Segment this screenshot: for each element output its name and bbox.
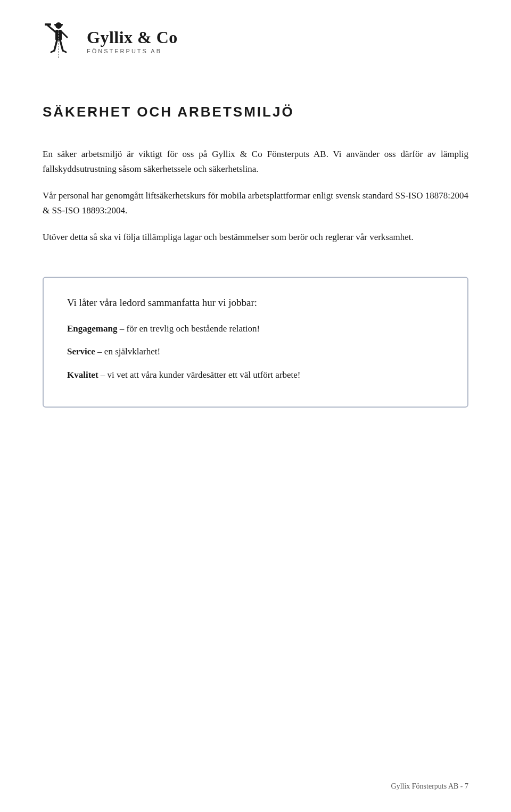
main-heading: SÄKERHET OCH ARBETSMILJÖ bbox=[43, 104, 468, 120]
info-box-item-1-bold: Engagemang bbox=[67, 324, 117, 334]
svg-line-3 bbox=[48, 26, 55, 32]
info-box-item-2-text: – en självklarhet! bbox=[95, 346, 160, 357]
footer-text: Gyllix Fönsterputs AB - 7 bbox=[391, 782, 468, 790]
svg-line-9 bbox=[63, 51, 66, 52]
info-box-item-1-text: – för en trevlig och bestående relation! bbox=[117, 324, 260, 334]
info-box-item-1: Engagemang – för en trevlig och beståend… bbox=[67, 321, 444, 336]
info-box-heading: Vi låter våra ledord sammanfatta hur vi … bbox=[67, 297, 444, 309]
info-box-item-2: Service – en självklarhet! bbox=[67, 344, 444, 359]
paragraph-1: En säker arbetsmiljö är viktigt för oss … bbox=[43, 147, 468, 177]
info-box: Vi låter våra ledord sammanfatta hur vi … bbox=[43, 277, 468, 408]
svg-line-6 bbox=[54, 40, 57, 51]
info-box-item-2-bold: Service bbox=[67, 346, 95, 357]
footer: Gyllix Fönsterputs AB - 7 bbox=[391, 782, 468, 791]
paragraph-3: Utöver detta så ska vi följa tillämpliga… bbox=[43, 230, 468, 245]
svg-rect-4 bbox=[45, 23, 51, 26]
paragraph-2: Vår personal har genomgått liftsäkerhets… bbox=[43, 188, 468, 218]
svg-line-8 bbox=[51, 51, 54, 52]
body-content: En säker arbetsmiljö är viktigt för oss … bbox=[43, 147, 468, 245]
info-box-item-3: Kvalitet – vi vet att våra kunder värdes… bbox=[67, 368, 444, 382]
page: Gyllix & Co Fönsterputs AB SÄKERHET OCH … bbox=[0, 0, 511, 812]
logo-subtitle: Fönsterputs AB bbox=[87, 48, 178, 54]
logo-text-block: Gyllix & Co Fönsterputs AB bbox=[87, 28, 178, 54]
info-box-item-3-bold: Kvalitet bbox=[67, 370, 98, 380]
logo-icon bbox=[43, 21, 77, 61]
logo-title: Gyllix & Co bbox=[87, 28, 178, 47]
info-box-item-3-text: – vi vet att våra kunder värdesätter ett… bbox=[98, 370, 301, 380]
svg-line-7 bbox=[60, 40, 63, 51]
svg-rect-1 bbox=[54, 24, 63, 26]
header: Gyllix & Co Fönsterputs AB bbox=[43, 21, 468, 67]
svg-line-5 bbox=[62, 32, 67, 37]
